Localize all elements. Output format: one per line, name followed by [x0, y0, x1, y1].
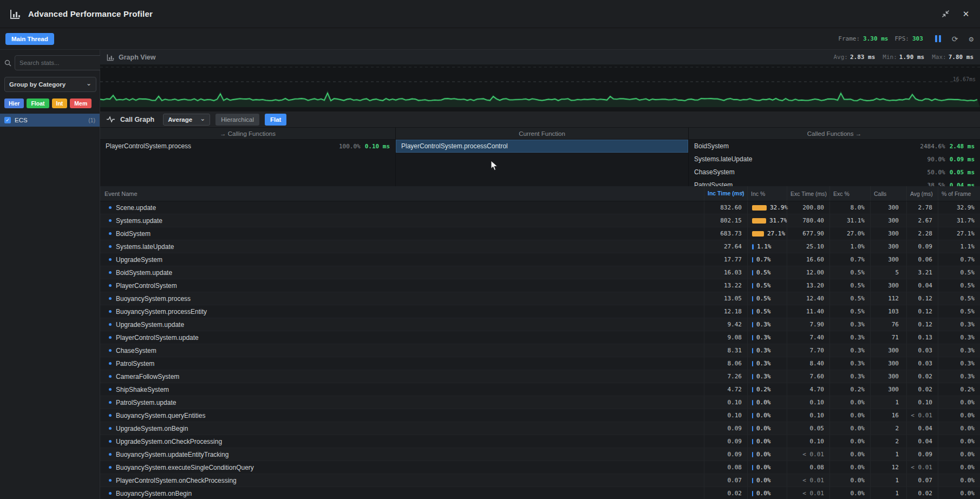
chevron-down-icon: ⌄: [200, 115, 205, 122]
event-name: BoidSystem.update: [116, 269, 172, 277]
table-row[interactable]: PlayerControlSystem.update9.080.3%7.400.…: [100, 331, 980, 344]
filter-chip-float[interactable]: Float: [27, 99, 49, 108]
col-exc-time[interactable]: Exc Time (ms): [787, 186, 829, 201]
ecs-checkbox[interactable]: ✓: [4, 117, 11, 123]
table-row[interactable]: ChaseSystem8.310.3%7.700.3%3000.030.3%: [100, 344, 980, 357]
aggregation-value: Average: [168, 116, 192, 123]
event-name: PatrolSystem.update: [116, 399, 176, 406]
table-row[interactable]: BoidSystem683.7327.1%677.9027.0%3002.282…: [100, 227, 980, 240]
inc-pct-value: 0.5%: [756, 269, 771, 276]
main-thread-button[interactable]: Main Thread: [5, 33, 54, 45]
window-controls: ✕: [941, 10, 970, 18]
event-bullet-icon: [109, 362, 112, 365]
col-avg[interactable]: Avg (ms): [906, 186, 938, 201]
inc-pct-value: 0.0%: [756, 477, 771, 484]
group-by-select[interactable]: Group by Category ⌄: [4, 77, 96, 92]
call-graph-panels: → Calling Functions PlayerControlSystem.…: [100, 128, 980, 186]
inc-pct-bar: [752, 361, 753, 366]
table-row[interactable]: BuoyancySystem.process13.050.5%12.400.5%…: [100, 292, 980, 305]
events-table: Event Name Inc Time (ms) ⌄ Inc % Exc Tim…: [100, 186, 980, 499]
table-row[interactable]: ShipShakeSystem4.720.2%4.700.2%3000.020.…: [100, 383, 980, 396]
table-row[interactable]: UpgradeSystem.onCheckProcessing0.090.0%0…: [100, 435, 980, 448]
inc-pct-bar: [752, 309, 753, 314]
current-function-header: Current Function: [396, 128, 688, 140]
table-row[interactable]: BoidSystem.update16.030.5%12.000.5%53.21…: [100, 266, 980, 279]
inc-pct-value: 0.3%: [756, 373, 771, 380]
hierarchical-button[interactable]: Hierarchical: [215, 114, 259, 126]
event-bullet-icon: [109, 427, 112, 430]
inc-pct-value: 32.9%: [770, 204, 788, 211]
filter-chip-mem[interactable]: Mem: [70, 99, 92, 108]
flat-button[interactable]: Flat: [265, 114, 286, 126]
called-function-row[interactable]: PatrolSystem38.5%0.04 ms: [689, 179, 980, 186]
threshold-label: 16.67ms: [953, 76, 976, 82]
sidebar-item-ecs[interactable]: ✓ ECS (1): [0, 114, 100, 127]
max-label: Max:: [932, 54, 946, 61]
function-name: Systems.lateUpdate: [694, 155, 927, 163]
table-body: Scene.update832.6032.9%200.808.0%3002.78…: [100, 201, 980, 499]
col-calls[interactable]: Calls: [870, 186, 906, 201]
close-icon[interactable]: ✕: [962, 10, 970, 18]
frame-stats: Frame: 3.30 ms FPS: 303 ⟳ ⚙: [838, 35, 974, 43]
current-function-row[interactable]: PlayerControlSystem.processControl: [396, 140, 688, 153]
inc-pct-bar: [752, 296, 753, 301]
called-function-row[interactable]: Systems.lateUpdate90.0%0.09 ms: [689, 153, 980, 166]
table-row[interactable]: Scene.update832.6032.9%200.808.0%3002.78…: [100, 201, 980, 214]
min-label: Min:: [883, 54, 897, 61]
aggregation-select[interactable]: Average ⌄: [163, 114, 210, 126]
max-value: 7.80 ms: [949, 54, 974, 61]
function-pct: 38.5%: [927, 182, 945, 187]
inc-pct-value: 0.0%: [756, 451, 771, 458]
inc-pct-bar: [752, 491, 753, 496]
calling-function-row[interactable]: PlayerControlSystem.process 100.0% 0.10 …: [100, 140, 395, 153]
function-pct: 90.0%: [927, 156, 945, 163]
inc-pct-bar: [752, 374, 753, 379]
col-event-name[interactable]: Event Name: [100, 186, 704, 201]
col-exc-pct[interactable]: Exc %: [829, 186, 870, 201]
ecs-count: (1): [88, 117, 95, 123]
gear-icon[interactable]: ⚙: [969, 35, 974, 43]
called-function-row[interactable]: ChaseSystem50.0%0.05 ms: [689, 166, 980, 179]
table-row[interactable]: BuoyancySystem.onBegin0.020.0%< 0.010.0%…: [100, 487, 980, 499]
inc-pct-value: 0.3%: [756, 334, 771, 341]
inc-pct-value: 0.3%: [756, 321, 771, 328]
table-row[interactable]: BuoyancySystem.queryEntities0.100.0%0.10…: [100, 409, 980, 422]
table-row[interactable]: PatrolSystem8.060.3%8.400.3%3000.030.3%: [100, 357, 980, 370]
col-frame-pct[interactable]: % of Frame: [938, 186, 980, 201]
event-bullet-icon: [109, 466, 112, 469]
table-row[interactable]: BuoyancySystem.processEntity12.180.5%11.…: [100, 305, 980, 318]
table-row[interactable]: BuoyancySystem.executeSingleConditionQue…: [100, 461, 980, 474]
inc-pct-value: 0.7%: [756, 256, 771, 263]
table-row[interactable]: UpgradeSystem.update9.420.3%7.900.3%760.…: [100, 318, 980, 331]
table-row[interactable]: UpgradeSystem.onBegin0.090.0%0.050.0%20.…: [100, 422, 980, 435]
col-inc-pct[interactable]: Inc %: [747, 186, 787, 201]
event-name: ShipShakeSystem: [116, 386, 169, 393]
table-row[interactable]: PatrolSystem.update0.100.0%0.100.0%10.10…: [100, 396, 980, 409]
top-toolbar: Main Thread Frame: 3.30 ms FPS: 303 ⟳ ⚙: [0, 28, 980, 50]
inc-pct-value: 27.1%: [767, 230, 785, 237]
filter-chip-hier[interactable]: Hier: [4, 99, 24, 108]
table-row[interactable]: CameraFollowSystem7.260.3%7.600.3%3000.0…: [100, 370, 980, 383]
collapse-icon[interactable]: [941, 10, 950, 18]
event-bullet-icon: [109, 323, 112, 326]
table-row[interactable]: Systems.update802.1531.7%780.4031.1%3002…: [100, 214, 980, 227]
frame-time-graph[interactable]: 16.67ms: [100, 65, 980, 111]
chevron-down-icon: ⌄: [86, 80, 92, 87]
event-bullet-icon: [109, 401, 112, 404]
filter-chip-int[interactable]: Int: [52, 99, 68, 108]
called-functions-panel: Called Functions → BoidSystem2484.6%2.48…: [689, 128, 980, 186]
fps-label: FPS:: [894, 35, 909, 42]
table-row[interactable]: PlayerControlSystem.onCheckProcessing0.0…: [100, 474, 980, 487]
col-inc-time[interactable]: Inc Time (ms) ⌄: [704, 186, 747, 201]
search-input[interactable]: [15, 55, 108, 70]
table-row[interactable]: Systems.lateUpdate27.641.1%25.101.0%3000…: [100, 240, 980, 253]
table-row[interactable]: BuoyancySystem.updateEntityTracking0.090…: [100, 448, 980, 461]
table-row[interactable]: UpgradeSystem17.770.7%16.600.7%3000.060.…: [100, 253, 980, 266]
refresh-icon[interactable]: ⟳: [952, 35, 958, 43]
inc-pct-value: 31.7%: [769, 217, 787, 224]
sidebar: Group by Category ⌄ HierFloatIntMem ✓ EC…: [0, 50, 100, 499]
called-function-row[interactable]: BoidSystem2484.6%2.48 ms: [689, 140, 980, 153]
table-header: Event Name Inc Time (ms) ⌄ Inc % Exc Tim…: [100, 186, 980, 201]
table-row[interactable]: PlayerControlSystem13.220.5%13.200.5%300…: [100, 279, 980, 292]
pause-icon[interactable]: [935, 35, 941, 42]
